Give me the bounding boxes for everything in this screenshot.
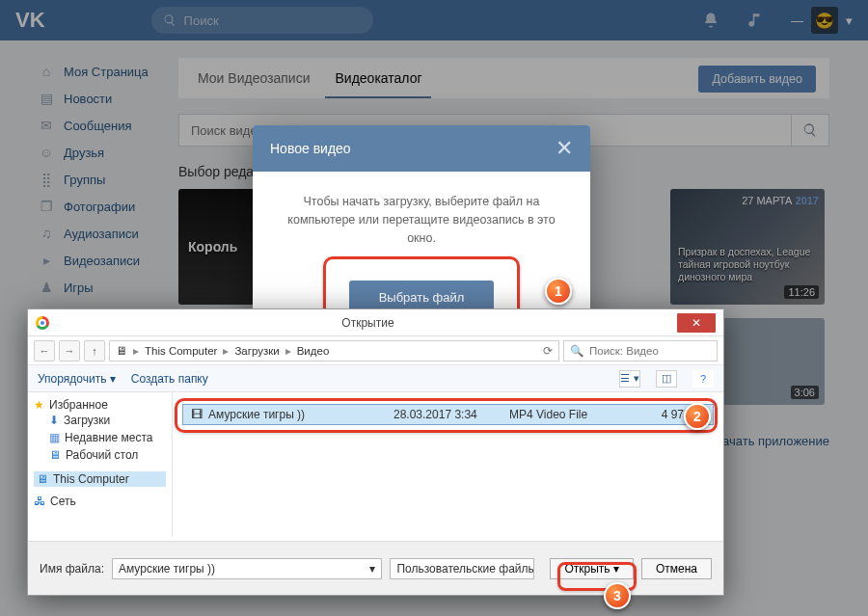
tab-catalog[interactable]: Видеокаталог bbox=[335, 70, 421, 86]
sidebar-item-video[interactable]: ▸Видеозаписи bbox=[39, 247, 164, 274]
user-menu[interactable]: — 😎 ▾ bbox=[791, 7, 853, 34]
thumb-duration: 11:26 bbox=[784, 285, 819, 299]
search-icon bbox=[163, 13, 176, 27]
games-icon: ♟ bbox=[39, 280, 54, 295]
close-icon[interactable]: ✕ bbox=[556, 136, 573, 161]
dialog-body: ★Избранное ⬇Загрузки ▦Недавние места 🖥Ра… bbox=[28, 392, 723, 537]
refresh-icon[interactable]: ⟳ bbox=[543, 344, 553, 358]
modal-title: Новое видео bbox=[270, 141, 351, 156]
modal-header: Новое видео ✕ bbox=[253, 125, 590, 172]
preview-pane-button[interactable]: ◫ bbox=[656, 370, 677, 388]
bell-icon[interactable] bbox=[702, 12, 719, 29]
file-open-dialog: Открытие ✕ ← → ↑ 🖥 ▸This Computer ▸Загру… bbox=[27, 308, 724, 596]
step-badge-1: 1 bbox=[545, 278, 572, 305]
dialog-title: Открытие bbox=[59, 316, 677, 330]
pc-icon: 🖥 bbox=[37, 472, 48, 486]
search-icon bbox=[802, 122, 818, 138]
file-list[interactable]: 🎞Амурские тигры )) 28.03.2017 3:34 MP4 V… bbox=[173, 392, 723, 537]
video-search-button[interactable] bbox=[791, 114, 829, 147]
tab-my-videos[interactable]: Мои Видеозаписи bbox=[198, 70, 310, 86]
sidebar: ⌂Моя Страница ▤Новости ✉Сообщения ☺Друзь… bbox=[39, 58, 164, 328]
dialog-close-button[interactable]: ✕ bbox=[677, 313, 716, 333]
chrome-icon bbox=[36, 316, 49, 330]
sidebar-item-games[interactable]: ♟Игры bbox=[39, 274, 164, 301]
pc-icon: 🖥 bbox=[116, 345, 127, 357]
feed-icon: ▤ bbox=[39, 91, 54, 106]
audio-icon: ♫ bbox=[39, 226, 54, 241]
sidebar-recent[interactable]: ▦Недавние места bbox=[49, 429, 166, 446]
header-right: — 😎 ▾ bbox=[702, 7, 853, 34]
filetype-filter[interactable]: Пользовательские файлы▾ bbox=[390, 558, 534, 579]
dialog-sidebar: ★Избранное ⬇Загрузки ▦Недавние места 🖥Ра… bbox=[28, 392, 173, 537]
sidebar-item-messages[interactable]: ✉Сообщения bbox=[39, 112, 164, 139]
thumb-date: 27 МАРТА 2017 bbox=[742, 195, 819, 206]
nav-back-button[interactable]: ← bbox=[34, 340, 55, 362]
search-icon: 🔍 bbox=[570, 344, 583, 358]
add-video-button[interactable]: Добавить видео bbox=[698, 66, 816, 93]
step-badge-3: 3 bbox=[604, 582, 631, 609]
dialog-toolbar: Упорядочить ▾ Создать папку ☰ ▾ ◫ ? bbox=[28, 365, 723, 392]
favorites-group[interactable]: ★Избранное bbox=[34, 398, 166, 412]
message-icon: ✉ bbox=[39, 118, 54, 133]
help-icon[interactable]: ? bbox=[692, 370, 714, 388]
photos-icon: ❐ bbox=[39, 199, 54, 214]
vk-logo-icon[interactable]: VK bbox=[15, 8, 45, 33]
dialog-search[interactable]: 🔍 Поиск: Видео bbox=[563, 340, 718, 362]
sidebar-item-groups[interactable]: ⣿Группы bbox=[39, 166, 164, 193]
thumb-caption: Призрак в доспехах, League тайная игрово… bbox=[678, 246, 825, 283]
organize-menu[interactable]: Упорядочить ▾ bbox=[38, 372, 116, 386]
nav-up-button[interactable]: ↑ bbox=[84, 340, 105, 362]
newfolder-button[interactable]: Создать папку bbox=[131, 372, 208, 386]
cancel-button[interactable]: Отмена bbox=[641, 558, 712, 579]
sidebar-item-audio[interactable]: ♫Аудиозаписи bbox=[39, 220, 164, 247]
view-mode-button[interactable]: ☰ ▾ bbox=[619, 370, 640, 388]
video-icon: ▸ bbox=[39, 253, 54, 268]
friends-icon: ☺ bbox=[39, 145, 54, 160]
sidebar-desktop[interactable]: 🖥Рабочий стол bbox=[49, 446, 166, 464]
header-search-placeholder: Поиск bbox=[184, 13, 219, 28]
sidebar-network[interactable]: 🖧Сеть bbox=[34, 495, 166, 508]
username: — bbox=[791, 13, 803, 28]
sidebar-item-friends[interactable]: ☺Друзья bbox=[39, 139, 164, 166]
chevron-down-icon: ▾ bbox=[846, 13, 853, 28]
music-icon[interactable] bbox=[746, 12, 764, 29]
download-icon: ⬇ bbox=[49, 414, 59, 427]
video-tabs: Мои Видеозаписи Видеокаталог Добавить ви… bbox=[178, 58, 829, 98]
address-path[interactable]: 🖥 ▸This Computer ▸Загрузки ▸Видео ⟳ bbox=[109, 340, 559, 362]
step-badge-2: 2 bbox=[684, 403, 711, 430]
dialog-addressbar: ← → ↑ 🖥 ▸This Computer ▸Загрузки ▸Видео … bbox=[28, 336, 723, 365]
sidebar-this-computer[interactable]: 🖥This Computer bbox=[34, 471, 166, 487]
filename-label: Имя файла: bbox=[40, 562, 104, 576]
filename-input[interactable]: Амурские тигры ))▾ bbox=[112, 558, 382, 579]
header-search[interactable]: Поиск bbox=[151, 7, 373, 34]
sidebar-downloads[interactable]: ⬇Загрузки bbox=[49, 412, 166, 429]
sidebar-item-photos[interactable]: ❐Фотографии bbox=[39, 193, 164, 220]
thumb2-duration: 3:06 bbox=[791, 386, 819, 399]
recent-icon: ▦ bbox=[49, 431, 60, 444]
vk-header: VK Поиск — 😎 ▾ bbox=[0, 0, 868, 40]
desktop-icon: 🖥 bbox=[49, 448, 61, 462]
home-icon: ⌂ bbox=[39, 64, 54, 79]
groups-icon: ⣿ bbox=[39, 172, 54, 187]
thumb-4[interactable]: 27 МАРТА 2017 Призрак в доспехах, League… bbox=[670, 189, 825, 305]
tab-underline bbox=[325, 96, 431, 98]
sidebar-item-profile[interactable]: ⌂Моя Страница bbox=[39, 58, 164, 85]
modal-hint: Чтобы начать загрузку, выберите файл на … bbox=[280, 193, 563, 247]
nav-fwd-button[interactable]: → bbox=[59, 340, 80, 362]
star-icon: ★ bbox=[34, 398, 44, 412]
network-icon: 🖧 bbox=[34, 495, 45, 508]
avatar: 😎 bbox=[811, 7, 838, 34]
step2-highlight bbox=[175, 398, 718, 433]
dialog-titlebar: Открытие ✕ bbox=[28, 309, 723, 336]
sidebar-item-news[interactable]: ▤Новости bbox=[39, 85, 164, 112]
